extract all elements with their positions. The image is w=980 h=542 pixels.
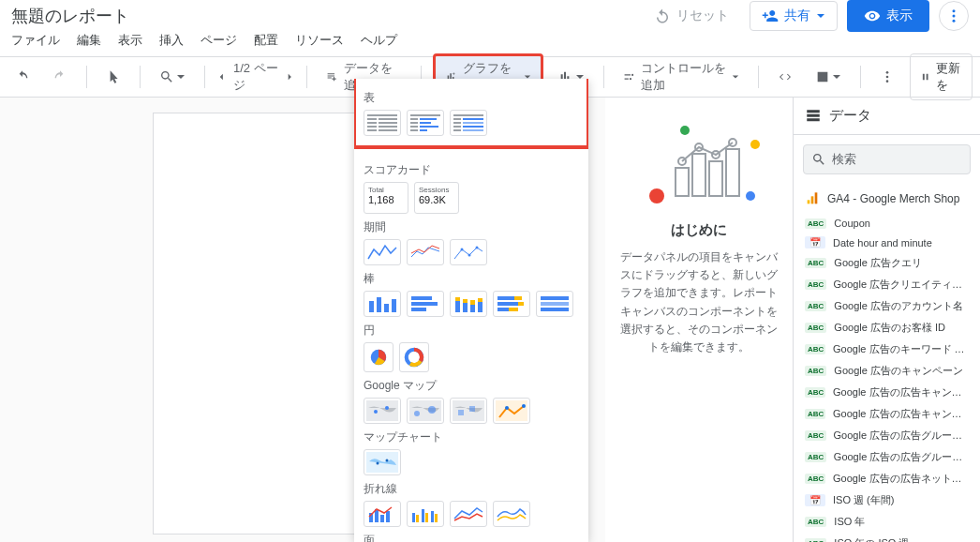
field-item[interactable]: ABCCoupon [794, 214, 980, 233]
svg-rect-23 [379, 118, 397, 120]
field-item[interactable]: ABCGoogle 広告クリエイティブ ID [794, 274, 980, 295]
svg-rect-27 [379, 126, 397, 128]
menu-help[interactable]: ヘルプ [361, 32, 397, 49]
image-button[interactable] [808, 64, 849, 90]
prev-page-icon[interactable] [215, 69, 228, 84]
menu-file[interactable]: ファイル [11, 32, 60, 49]
svg-rect-54 [392, 299, 396, 312]
menu-page[interactable]: ページ [200, 32, 237, 49]
chart-line-1[interactable] [364, 501, 401, 527]
data-panel-title: データ [829, 107, 871, 125]
report-title[interactable]: 無題のレポート [11, 5, 129, 27]
helper-title: はじめに [616, 221, 781, 239]
field-item[interactable]: ABCGoogle 広告の広告キャンペーン ID [794, 382, 980, 403]
chart-line-4[interactable] [493, 501, 530, 527]
field-item[interactable]: ABCGoogle 広告の広告グループ ID [794, 425, 980, 446]
chart-table-3[interactable] [450, 110, 487, 136]
more-button[interactable] [939, 1, 969, 31]
field-item[interactable]: ABCISO 年 [794, 511, 980, 533]
svg-rect-19 [811, 196, 814, 203]
field-item[interactable]: ABCGoogle 広告のキーワード テキスト [794, 339, 980, 360]
undo-button[interactable] [7, 64, 37, 90]
chart-scorecard-1[interactable]: Total1,168 [364, 182, 408, 214]
chart-line-3[interactable] [450, 501, 487, 527]
chart-pie-1[interactable] [364, 342, 393, 372]
chart-scorecard-2[interactable]: Sessions69.3K [414, 182, 459, 214]
svg-point-90 [377, 462, 379, 465]
svg-point-7 [680, 126, 690, 135]
chart-table-1[interactable] [364, 110, 401, 136]
chart-gmap-3[interactable] [450, 398, 487, 424]
data-source[interactable]: GA4 - Google Merch Shop [794, 184, 980, 214]
field-label: Google 広告のお客様 ID [834, 321, 945, 335]
svg-rect-57 [411, 308, 426, 311]
chart-time-2[interactable] [407, 239, 444, 265]
view-button[interactable]: 表示 [847, 0, 929, 32]
field-item[interactable]: ABCGoogle 広告のキャンペーン [794, 360, 980, 382]
svg-point-0 [953, 9, 956, 12]
search-input[interactable]: 検索 [803, 144, 971, 174]
svg-rect-45 [463, 126, 483, 128]
add-control-button[interactable]: コントロールを追加 [616, 54, 747, 99]
chart-bar-3[interactable] [450, 291, 487, 317]
search-icon [811, 152, 826, 167]
svg-rect-24 [367, 122, 377, 124]
chart-bar-4[interactable] [493, 291, 530, 317]
field-label: Coupon [834, 218, 870, 229]
svg-rect-29 [379, 129, 397, 131]
field-item[interactable]: ABCGoogle 広告のアカウント名 [794, 295, 980, 317]
section-mapchart: マップチャート [364, 429, 579, 445]
svg-rect-100 [431, 511, 434, 522]
text-badge: ABC [805, 538, 826, 542]
share-button[interactable]: 共有 [750, 1, 838, 31]
chart-pie-2[interactable] [399, 342, 429, 372]
pointer-tool[interactable] [98, 64, 128, 90]
chart-bar-1[interactable] [364, 291, 401, 317]
menu-resource[interactable]: リソース [295, 32, 344, 49]
svg-rect-34 [420, 122, 431, 124]
chart-bar-2[interactable] [407, 291, 444, 317]
chart-gmap-1[interactable] [364, 398, 401, 424]
reset-button[interactable]: リセット [643, 2, 740, 30]
field-item[interactable]: ABCGoogle 広告の広告ネットワーク タイ... [794, 468, 980, 489]
svg-rect-28 [367, 129, 377, 131]
chart-time-3[interactable] [450, 239, 487, 265]
chart-map-1[interactable] [364, 449, 401, 475]
menu-insert[interactable]: 挿入 [159, 32, 184, 49]
field-item[interactable]: ABCGoogle 広告クエリ [794, 252, 980, 274]
field-label: Google 広告のキーワード テキスト [833, 342, 969, 356]
section-gmap: Google マップ [364, 378, 579, 394]
zoom-tool[interactable] [152, 64, 193, 90]
chart-bar-5[interactable] [536, 291, 573, 317]
toolbar-more-button[interactable] [872, 64, 902, 90]
redo-button[interactable] [45, 64, 75, 90]
svg-rect-58 [455, 301, 460, 312]
section-area: 面 [364, 533, 579, 542]
svg-rect-63 [470, 300, 475, 305]
menu-view[interactable]: 表示 [118, 32, 142, 49]
chart-gmap-4[interactable] [493, 398, 530, 424]
field-item[interactable]: ABCGoogle 広告のお客様 ID [794, 317, 980, 339]
next-page-icon[interactable] [284, 69, 296, 84]
svg-rect-12 [709, 161, 722, 196]
section-bar: 棒 [364, 271, 579, 287]
menubar: ファイル 編集 表示 挿入 ページ 配置 リソース ヘルプ [0, 28, 980, 56]
field-item[interactable]: 📅ISO 週 (年間) [794, 489, 980, 511]
svg-rect-71 [509, 308, 518, 311]
field-item[interactable]: ABCGoogle 広告の広告キャンペーン タイプ [794, 403, 980, 425]
chart-line-2[interactable] [407, 501, 444, 527]
menu-arrange[interactable]: 配置 [254, 32, 278, 49]
svg-rect-59 [455, 297, 460, 301]
field-item[interactable]: ABCGoogle 広告の広告グループ名 [794, 446, 980, 468]
calendar-badge: 📅 [805, 494, 825, 506]
chart-table-2[interactable] [407, 110, 444, 136]
pause-updates-button[interactable]: 更新を [910, 53, 973, 100]
field-item[interactable]: 📅Date hour and minute [794, 233, 980, 252]
chart-time-1[interactable] [364, 239, 401, 265]
svg-rect-66 [497, 296, 514, 300]
chart-gmap-2[interactable] [407, 398, 444, 424]
embed-button[interactable] [770, 64, 800, 90]
menu-edit[interactable]: 編集 [77, 32, 101, 49]
code-icon [778, 69, 793, 84]
field-item[interactable]: ABCISO 年の ISO 週 [794, 533, 980, 542]
